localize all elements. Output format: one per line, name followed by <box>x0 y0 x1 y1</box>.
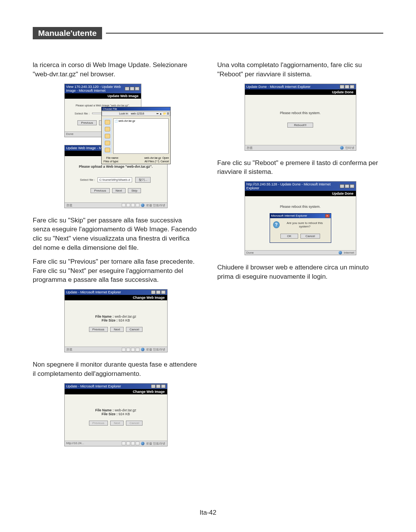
maximize-icon[interactable]: □ <box>345 85 349 89</box>
select-file-label: Select file : <box>75 112 90 115</box>
popup-title: Microsoft Internet Explorer <box>271 214 307 218</box>
next-button: Next <box>110 421 123 426</box>
maximize-icon[interactable]: □ <box>156 290 161 294</box>
close-icon[interactable]: × <box>135 87 139 91</box>
filename-label: File name: <box>103 157 119 159</box>
left-para-1: la ricerca in corso di Web Image Update.… <box>33 61 199 79</box>
close-icon[interactable]: × <box>350 85 354 89</box>
right-para-1: Una volta completato l'aggiornamento, fa… <box>217 61 383 79</box>
file-name-value: web-dvr.tar.gz <box>115 315 136 318</box>
right-column: Una volta completato l'aggiornamento, fa… <box>217 61 383 454</box>
left-para-3: Fare clic su "Previous" per tornare alla… <box>33 257 199 285</box>
status-left: http://10.24... <box>66 441 84 446</box>
minimize-icon[interactable]: _ <box>151 384 156 388</box>
close-icon[interactable]: × <box>325 214 330 218</box>
file-name-value: web-dvr.tar.gz <box>115 408 136 412</box>
file-chooser-dialog: Choose File Look in: web-12316 ⬅ ▲ 📁 ☰ <box>101 107 171 164</box>
window-title: View 170.240.33.120 - Update Web Image -… <box>66 85 125 93</box>
status-left: Done <box>247 251 254 254</box>
close-icon[interactable]: × <box>161 384 166 388</box>
close-icon[interactable]: × <box>161 290 166 294</box>
next-button[interactable]: Next <box>110 327 123 332</box>
lookin-dropdown[interactable]: web-12316 <box>131 112 154 115</box>
file-list[interactable]: 📄 web-dvr.tar.gz <box>113 118 169 154</box>
filetype-dropdown[interactable]: All Files (*.*) <box>120 160 159 163</box>
file-name-label: File Name : <box>95 315 114 318</box>
file-size-value: 924 KB <box>119 318 130 322</box>
status-right: 인터넷 <box>345 146 354 150</box>
file-name-label: File Name : <box>95 408 114 412</box>
globe-icon <box>141 442 144 445</box>
window-title: Update Done - Microsoft Internet Explore… <box>247 85 311 89</box>
globe-icon <box>339 251 342 254</box>
my-documents-icon[interactable] <box>105 134 110 138</box>
question-icon: ? <box>273 221 280 228</box>
browse-button[interactable]: 찾기... <box>135 177 151 183</box>
cancel-button[interactable]: Cancel <box>300 234 320 239</box>
window-band: Change Web Image <box>65 389 167 394</box>
file-size-label: File Size : <box>102 318 118 322</box>
file-input[interactable]: C:\home\Why\Wweb-d <box>97 177 132 182</box>
minimize-icon[interactable]: _ <box>340 85 344 89</box>
filename-input[interactable]: web-dvr.tar.gz <box>120 157 161 159</box>
recent-icon[interactable] <box>105 120 110 125</box>
confirm-dialog: Microsoft Internet Explorer × ? Are you … <box>270 213 331 243</box>
maximize-icon[interactable]: □ <box>156 384 161 388</box>
minimize-icon[interactable]: _ <box>125 87 129 91</box>
page-title: Manuale'utente <box>33 27 102 39</box>
cancel-button[interactable]: Cancel <box>161 160 169 163</box>
previous-button[interactable]: Previous <box>89 327 108 332</box>
open-button[interactable]: Open <box>162 157 169 159</box>
status-right: 로컬 인트라넷 <box>146 347 165 352</box>
minimize-icon[interactable]: _ <box>340 184 344 188</box>
reboot-message: Please reboot this system. <box>250 111 351 115</box>
maximize-icon[interactable]: □ <box>345 184 349 188</box>
status-right: 로컬 인트라넷 <box>146 203 165 207</box>
minimize-icon[interactable]: _ <box>151 290 156 294</box>
file-dialog-title: Choose File <box>102 107 170 111</box>
globe-icon <box>141 348 144 351</box>
close-icon[interactable]: × <box>350 184 354 188</box>
content-columns: la ricerca in corso di Web Image Update.… <box>33 61 383 454</box>
my-computer-icon[interactable] <box>105 141 110 145</box>
window-title: Update - Microsoft Internet Explorer <box>66 290 121 294</box>
left-column: la ricerca in corso di Web Image Update.… <box>33 61 199 454</box>
status-left: 완료 <box>66 203 72 207</box>
status-left: 완료 <box>247 146 253 150</box>
reboot-message: Please reboot this system. <box>250 205 351 209</box>
popup-message: Are you sure to reboot this system? <box>282 221 328 228</box>
left-para-4: Non spegnere il monitor durante questa f… <box>33 360 199 379</box>
left-para-2: Fare clic su "Skip" per passare alla fas… <box>33 216 199 253</box>
ok-button[interactable]: OK <box>280 234 298 239</box>
window-title: Update - Microsoft Internet Explorer <box>66 384 121 388</box>
window-band: Change Web Image <box>65 295 167 300</box>
cancel-button[interactable]: Cancel <box>126 327 143 332</box>
status-left: 완료 <box>66 347 72 352</box>
network-icon[interactable] <box>105 148 110 152</box>
globe-icon <box>141 204 144 207</box>
page-number: Ita-42 <box>200 509 216 517</box>
maximize-icon[interactable]: □ <box>130 87 134 91</box>
upload-message: Please upload a Web Image "web-dvr.tar.g… <box>70 104 136 107</box>
screenshot-upload-with-filedialog: View 170.240.33.120 - Update Web Image -… <box>64 84 168 137</box>
reboot-button[interactable]: Reboot!!! <box>287 123 313 128</box>
previous-button[interactable]: Previous <box>77 120 96 125</box>
status-right: 로컬 인트라넷 <box>146 441 165 446</box>
file-size-value: 924 KB <box>119 412 130 416</box>
window-band: Update Done <box>245 191 356 196</box>
lookin-label: Look in: <box>119 112 129 115</box>
window-band: Update Done <box>245 89 356 95</box>
desktop-icon[interactable] <box>105 127 110 131</box>
globe-icon <box>340 146 344 150</box>
status-left: Done <box>66 132 74 136</box>
filetype-label: Files of type: <box>103 160 119 163</box>
skip-button[interactable]: Skip <box>128 188 141 193</box>
next-button[interactable]: Next <box>112 188 125 193</box>
status-right: Internet <box>344 251 354 254</box>
previous-button[interactable]: Previous <box>91 188 109 193</box>
window-band: Update Web Image <box>65 93 141 99</box>
right-para-2: Fare clic su "Reboot" e premere il tasto… <box>217 158 383 177</box>
window-titlebar: View 170.240.33.120 - Update Web Image -… <box>65 84 141 93</box>
header-line <box>106 33 383 34</box>
upload-message: Please upload a Web Image "web-dvr.tar.g… <box>70 165 162 168</box>
